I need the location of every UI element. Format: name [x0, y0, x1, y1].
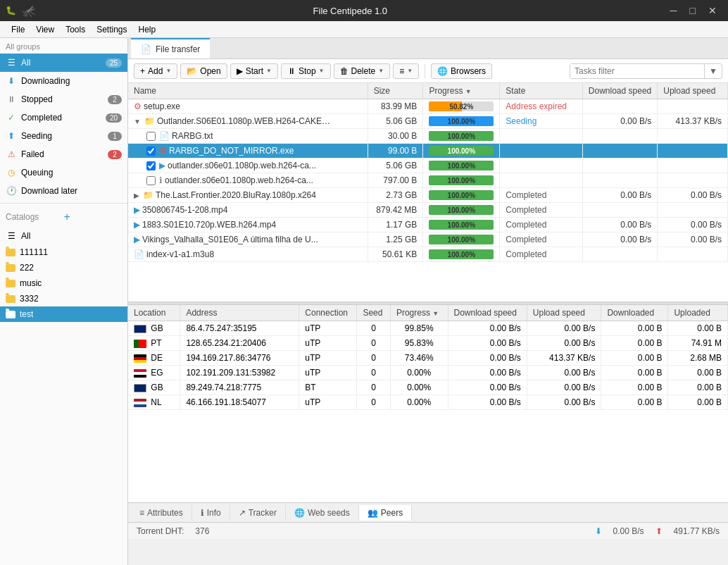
- file-name-cell: ⚙ setup.exe: [128, 99, 368, 114]
- stop-button[interactable]: ⏸ Stop ▼: [281, 63, 331, 79]
- file-table-row[interactable]: 📄 index-v1-a1.m3u8 50.61 KB 100.00% Comp…: [128, 247, 728, 262]
- file-table-row[interactable]: ℹ outlander.s06e01.1080p.web.h264-ca... …: [128, 173, 728, 188]
- peers-col-connection[interactable]: Connection: [299, 305, 357, 321]
- peer-dlspeed-cell: 0.00 B/s: [448, 351, 527, 366]
- col-header-progress[interactable]: Progress ▼: [423, 83, 500, 99]
- col-header-size[interactable]: Size: [368, 83, 423, 99]
- add-button[interactable]: + Add ▼: [134, 63, 177, 79]
- menu-help[interactable]: Help: [133, 23, 162, 36]
- tab-icon: 📄: [141, 44, 151, 54]
- sidebar-item-stopped[interactable]: ⏸ Stopped 2: [0, 90, 127, 108]
- sidebar-item-all[interactable]: ☰ All 25: [0, 54, 127, 72]
- catalog-item-222[interactable]: 222: [0, 260, 127, 275]
- sidebar-item-queuing[interactable]: ◷ Queuing: [0, 163, 127, 182]
- more-button[interactable]: ≡ ▼: [393, 63, 419, 79]
- col-header-dlspeed[interactable]: Download speed: [582, 83, 657, 99]
- peers-col-dlspeed[interactable]: Download speed: [448, 305, 527, 321]
- menu-file[interactable]: File: [6, 23, 30, 36]
- file-table-row[interactable]: ⚙ RARBG_DO_NOT_MIRROR.exe 99.00 B 100.00…: [128, 144, 728, 159]
- peers-col-progress[interactable]: Progress ▼: [390, 305, 448, 321]
- file-table-row[interactable]: ⚙ setup.exe 83.99 MB 50.82% Address expi…: [128, 99, 728, 114]
- peers-col-address[interactable]: Address: [180, 305, 299, 321]
- peer-ulspeed-cell: 413.37 KB/s: [527, 351, 601, 366]
- col-header-ulspeed[interactable]: Upload speed: [658, 83, 728, 99]
- file-ulspeed-cell: 0.00 B/s: [658, 218, 728, 232]
- file-dlspeed-cell: 0.00 B/s: [582, 188, 657, 203]
- catalog-label-222: 222: [20, 263, 34, 273]
- tasks-filter-input[interactable]: [570, 64, 704, 78]
- file-table-row[interactable]: ▶ 📁 The.Last.Frontier.2020.BluRay.1080p.…: [128, 188, 728, 203]
- menu-view[interactable]: View: [30, 23, 60, 36]
- file-table-row[interactable]: ▶ 350806745-1-208.mp4 879.42 MB 100.00% …: [128, 203, 728, 218]
- peers-table-row[interactable]: GB 89.249.74.218:7775 BT 0 0.00% 0.00 B/…: [128, 380, 728, 395]
- file-size-cell: 50.61 KB: [368, 247, 423, 262]
- col-header-name[interactable]: Name: [128, 83, 368, 99]
- delete-button[interactable]: 🗑 Delete ▼: [334, 63, 391, 79]
- peer-seed-cell: 0: [357, 351, 391, 366]
- sidebar-item-seeding[interactable]: ⬆ Seeding 1: [0, 127, 127, 145]
- tab-info[interactable]: ℹ Info: [192, 505, 230, 521]
- tab-tracker[interactable]: ↗ Tracker: [230, 505, 286, 521]
- row-checkbox[interactable]: [146, 161, 156, 170]
- peer-downloaded-cell: 0.00 B: [601, 336, 668, 351]
- catalog-item-3332[interactable]: 3332: [0, 291, 127, 306]
- catalog-item-test[interactable]: test: [0, 306, 127, 322]
- row-checkbox[interactable]: [146, 176, 156, 185]
- file-progress-cell: 100.00%: [423, 173, 500, 188]
- close-button[interactable]: ✕: [703, 2, 722, 19]
- row-checkbox[interactable]: [146, 147, 156, 156]
- filter-caret-icon[interactable]: ▼: [704, 64, 722, 78]
- catalog-item-music[interactable]: music: [0, 275, 127, 291]
- peers-table-row[interactable]: GB 86.4.75.247:35195 uTP 0 99.85% 0.00 B…: [128, 321, 728, 336]
- sidebar-item-failed[interactable]: ⚠ Failed 2: [0, 145, 127, 163]
- file-table-row[interactable]: ▶ Vikings_Valhalla_S01E06_A última filha…: [128, 232, 728, 247]
- peer-ulspeed-cell: 0.00 B/s: [527, 321, 601, 336]
- menubar: File View Tools Settings Help: [0, 21, 728, 38]
- sidebar-divider: [0, 203, 127, 204]
- tab-file-transfer[interactable]: 📄 File transfer: [131, 38, 210, 58]
- expand-btn[interactable]: ▼: [134, 118, 141, 125]
- file-name: setup.exe: [144, 101, 180, 111]
- peers-table-row[interactable]: NL 46.166.191.18:54077 uTP 0 0.00% 0.00 …: [128, 395, 728, 410]
- menu-settings[interactable]: Settings: [91, 23, 132, 36]
- minimize-button[interactable]: ─: [665, 2, 683, 19]
- file-table-row[interactable]: 📄 RARBG.txt 30.00 B 100.00%: [128, 129, 728, 144]
- catalog-item-all[interactable]: ☰ All: [0, 228, 127, 244]
- expand-btn[interactable]: ▶: [134, 192, 139, 199]
- start-button[interactable]: ▶ Start ▼: [230, 63, 278, 79]
- file-table-row[interactable]: ▼ 📁 Outlander.S06E01.1080p.WEB.H264-CAKE…: [128, 114, 728, 129]
- peers-panel: Location Address Connection Seed: [128, 305, 728, 502]
- peers-table-row[interactable]: DE 194.169.217.86:34776 uTP 0 73.46% 0.0…: [128, 351, 728, 366]
- tab-webseeds[interactable]: 🌐 Web seeds: [286, 505, 359, 521]
- peers-table-row[interactable]: PT 128.65.234.21:20406 uTP 0 95.83% 0.00…: [128, 336, 728, 351]
- peers-col-location[interactable]: Location: [128, 305, 180, 321]
- menu-tools[interactable]: Tools: [60, 23, 91, 36]
- tab-peers[interactable]: 👥 Peers: [359, 505, 412, 521]
- file-name: RARBG.txt: [172, 131, 213, 141]
- peer-dlspeed-cell: 0.00 B/s: [448, 321, 527, 336]
- file-state-cell: Completed: [500, 247, 583, 262]
- tab-tracker-label: Tracker: [249, 508, 277, 518]
- peers-table-body: GB 86.4.75.247:35195 uTP 0 99.85% 0.00 B…: [128, 321, 728, 410]
- file-table-row[interactable]: ▶ outlander.s06e01.1080p.web.h264-ca... …: [128, 159, 728, 173]
- row-checkbox[interactable]: [146, 132, 156, 141]
- browsers-button[interactable]: 🌐 Browsers: [431, 63, 492, 79]
- open-button[interactable]: 📂 Open: [180, 63, 227, 79]
- peers-table-row[interactable]: EG 102.191.209.131:53982 uTP 0 0.00% 0.0…: [128, 366, 728, 380]
- col-header-state[interactable]: State: [500, 83, 583, 99]
- file-table-row[interactable]: ▶ 1883.S01E10.720p.WEB.h264.mp4 1.17 GB …: [128, 218, 728, 232]
- tab-attributes[interactable]: ≡ Attributes: [131, 505, 192, 521]
- catalog-item-111111[interactable]: 111111: [0, 244, 127, 260]
- sidebar-item-downloading[interactable]: ⬇ Downloading: [0, 72, 127, 90]
- progress-sort-icon: ▼: [465, 88, 472, 95]
- peers-col-downloaded[interactable]: Downloaded: [601, 305, 668, 321]
- peers-col-uploaded[interactable]: Uploaded: [668, 305, 728, 321]
- sidebar-item-completed[interactable]: ✓ Completed 20: [0, 108, 127, 127]
- sidebar-item-download-later[interactable]: 🕐 Download later: [0, 182, 127, 200]
- folder-icon-111111: [6, 249, 15, 256]
- peers-col-ulspeed[interactable]: Upload speed: [527, 305, 601, 321]
- add-catalog-button[interactable]: +: [64, 211, 123, 223]
- file-name-cell: ▶ Vikings_Valhalla_S01E06_A última filha…: [128, 232, 368, 247]
- maximize-button[interactable]: □: [684, 2, 701, 19]
- peers-col-seed[interactable]: Seed: [357, 305, 391, 321]
